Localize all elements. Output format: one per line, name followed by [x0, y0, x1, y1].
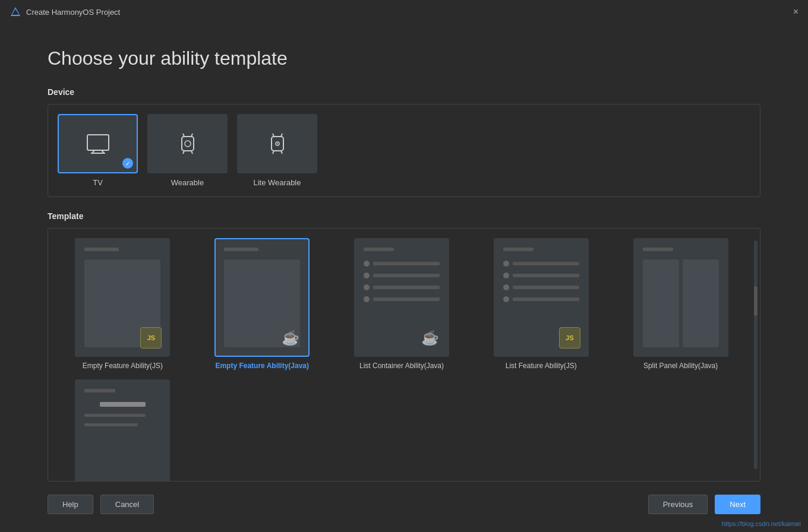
template-card-empty-feature-js[interactable]: JS Empty Feature Ability(JS) — [58, 238, 188, 370]
lite-wearable-icon — [269, 132, 286, 155]
svg-line-8 — [191, 134, 192, 137]
device-selected-check: ✓ — [122, 158, 133, 169]
scrollbar-track — [754, 240, 758, 469]
svg-line-16 — [281, 151, 282, 154]
bottom-right-buttons: Previous Next — [648, 495, 760, 514]
device-label-tv: TV — [93, 178, 103, 187]
harmonyos-logo-icon — [10, 6, 21, 18]
coffee-icon-2: ☕ — [282, 330, 299, 346]
tv-icon — [86, 134, 110, 154]
template-thumb-list-feature-js: JS — [494, 238, 589, 357]
device-icon-box-lite-wearable — [237, 114, 317, 173]
previous-button[interactable]: Previous — [648, 495, 708, 514]
bottom-bar: Help Cancel Previous Next — [48, 495, 760, 514]
java-badge-2: ☕ — [280, 327, 301, 349]
template-thumb-list-container-java: ☕ — [354, 238, 449, 357]
template-grid: JS Empty Feature Ability(JS) ☕ — [58, 238, 750, 482]
template-thumb-custom — [75, 379, 170, 482]
template-thumb-empty-feature-java: ☕ — [214, 238, 310, 357]
template-section: Template JS Empty Feature Ability(JS) — [48, 211, 760, 483]
close-button[interactable]: × — [793, 7, 798, 17]
svg-point-11 — [185, 141, 191, 147]
next-button[interactable]: Next — [715, 495, 760, 514]
template-card-split-panel-java[interactable]: Split Panel Ability(Java) — [616, 238, 746, 370]
device-grid: ✓ TV Wearable — [48, 104, 760, 197]
device-icon-box-wearable — [147, 114, 228, 173]
template-thumb-split-panel-java — [633, 238, 728, 357]
svg-line-14 — [281, 134, 282, 137]
js-badge-1: JS — [140, 327, 162, 349]
svg-line-10 — [191, 151, 192, 154]
window-title: Create HarmonyOS Project — [26, 8, 120, 17]
titlebar: Create HarmonyOS Project × — [0, 0, 808, 24]
svg-rect-2 — [87, 135, 109, 150]
template-card-custom[interactable] — [58, 379, 188, 482]
device-icon-box-tv: ✓ — [58, 114, 138, 173]
svg-line-7 — [183, 134, 184, 137]
help-button[interactable]: Help — [48, 495, 93, 514]
svg-rect-6 — [182, 137, 194, 151]
template-name-empty-feature-java: Empty Feature Ability(Java) — [215, 362, 309, 370]
svg-point-18 — [277, 143, 278, 144]
template-card-list-container-java[interactable]: ☕ List Container Ability(Java) — [337, 238, 467, 370]
svg-line-13 — [273, 134, 274, 137]
watermark: https://blog.csdn.net/kaimei — [722, 520, 801, 527]
device-label-lite-wearable: Lite Wearable — [254, 178, 301, 187]
device-section-label: Device — [48, 87, 760, 97]
template-name-list-feature-js: List Feature Ability(JS) — [506, 362, 577, 370]
bottom-left-buttons: Help Cancel — [48, 495, 154, 514]
dialog-content: Choose your ability template Device ✓ TV — [0, 24, 808, 532]
device-label-wearable: Wearable — [171, 178, 204, 187]
wearable-icon — [179, 132, 196, 155]
svg-line-15 — [273, 151, 274, 154]
device-card-wearable[interactable]: Wearable — [147, 114, 228, 187]
template-card-list-feature-js[interactable]: JS List Feature Ability(JS) — [476, 238, 606, 370]
scrollbar-thumb[interactable] — [754, 286, 758, 316]
java-badge-3: ☕ — [419, 327, 441, 349]
template-name-empty-feature-js: Empty Feature Ability(JS) — [83, 362, 163, 370]
svg-line-9 — [183, 151, 184, 154]
titlebar-left: Create HarmonyOS Project — [10, 6, 120, 18]
template-name-list-container-java: List Container Ability(Java) — [359, 362, 444, 370]
template-section-label: Template — [48, 211, 760, 221]
dialog-heading: Choose your ability template — [48, 48, 760, 69]
coffee-icon-3: ☕ — [421, 330, 439, 346]
template-grid-wrapper[interactable]: JS Empty Feature Ability(JS) ☕ — [48, 228, 760, 482]
cancel-button[interactable]: Cancel — [100, 495, 154, 514]
device-card-tv[interactable]: ✓ TV — [58, 114, 138, 187]
device-card-lite-wearable[interactable]: Lite Wearable — [237, 114, 317, 187]
template-thumb-empty-feature-js: JS — [75, 238, 170, 357]
template-name-split-panel-java: Split Panel Ability(Java) — [643, 362, 718, 370]
js-badge-4: JS — [559, 327, 580, 349]
template-card-empty-feature-java[interactable]: ☕ Empty Feature Ability(Java) — [197, 238, 327, 370]
device-section: Device ✓ TV — [48, 87, 760, 197]
